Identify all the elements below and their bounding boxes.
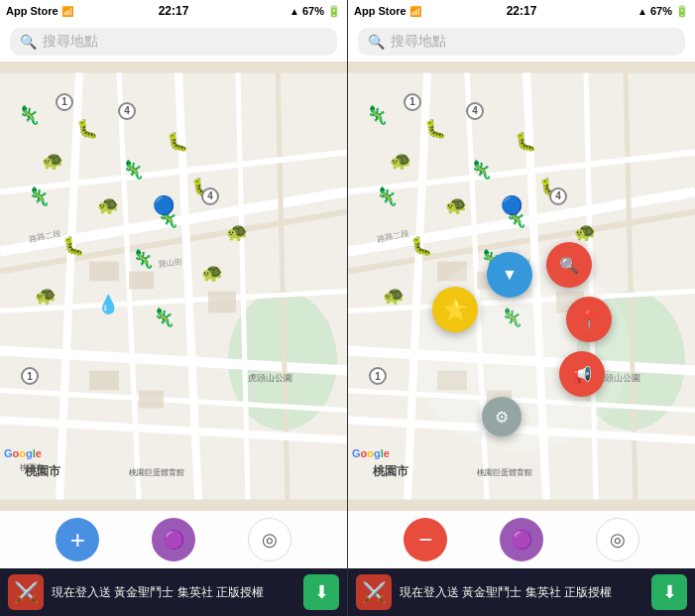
map-icon: 🐢 xyxy=(226,223,248,241)
minus-button-right[interactable]: − xyxy=(404,518,447,561)
map-icon: 🐢 xyxy=(383,287,405,305)
svg-line-13 xyxy=(0,391,347,411)
map-icon: 🐛 xyxy=(410,237,432,255)
svg-point-1 xyxy=(228,292,337,431)
battery-icon-left: 🔋 xyxy=(327,5,341,18)
svg-rect-18 xyxy=(129,272,154,290)
svg-text:路路二段: 路路二段 xyxy=(29,229,61,243)
map-icon: 🦎 xyxy=(470,161,492,179)
pokeball-button-right[interactable]: 🟣 xyxy=(500,518,543,561)
pokeball-button-left[interactable]: 🟣 xyxy=(152,518,195,561)
map-icon: 🐛 xyxy=(62,237,84,255)
svg-line-9 xyxy=(0,421,347,440)
status-left-left: App Store 📶 xyxy=(6,5,73,17)
svg-rect-19 xyxy=(208,292,236,313)
map-icon: 🐛 xyxy=(76,120,98,138)
add-button-left[interactable]: + xyxy=(56,518,99,561)
svg-text:桃園巨蛋體育館: 桃園巨蛋體育館 xyxy=(129,468,184,477)
map-icon: 🐛 xyxy=(167,133,188,151)
map-icon: 🐢 xyxy=(35,287,57,305)
map-icon: 🐢 xyxy=(42,152,63,170)
svg-rect-21 xyxy=(139,391,164,409)
filter-menu-item[interactable]: ▼ xyxy=(487,252,532,298)
time-left: 22:17 xyxy=(159,4,189,18)
road-badge: 1 xyxy=(404,93,421,111)
ad-text-right: 現在登入送 黃金聖鬥士 集英社 正版授權 xyxy=(400,584,643,601)
map-icon: 🦎 xyxy=(122,161,144,179)
left-panel: App Store 📶 22:17 ▲ 67% 🔋 🔍 搜尋地點 xyxy=(0,0,347,616)
bottom-bar-left: + 🟣 ◎ xyxy=(0,511,347,568)
road-badge: 1 xyxy=(369,367,387,385)
star-menu-item[interactable]: ⭐ xyxy=(432,287,478,332)
location-menu-item[interactable]: 📍 xyxy=(566,297,612,342)
search-menu-item[interactable]: 🔍 xyxy=(546,242,592,288)
road-badge: 4 xyxy=(201,187,219,205)
map-icon: 🦎 xyxy=(376,187,398,205)
search-bar-right: 🔍 搜尋地點 xyxy=(348,22,695,62)
status-right-right: ▲ 67% 🔋 xyxy=(637,5,689,18)
svg-text:虎頭山公園: 虎頭山公園 xyxy=(248,373,292,383)
road-badge: 4 xyxy=(118,102,136,120)
map-icon: 🦎 xyxy=(153,308,174,326)
map-icon: 🐛 xyxy=(424,120,446,138)
svg-text:路路二段: 路路二段 xyxy=(377,229,409,243)
status-bar-left: App Store 📶 22:17 ▲ 67% 🔋 xyxy=(0,0,347,22)
map-icon: 🦎 xyxy=(18,106,40,124)
map-icon: 🦎 xyxy=(28,187,50,205)
ad-download-right[interactable]: ⬇ xyxy=(651,574,687,610)
search-input-left[interactable]: 🔍 搜尋地點 xyxy=(10,28,337,56)
google-label-left: Google xyxy=(4,447,42,459)
location-button-left[interactable]: ◎ xyxy=(248,518,291,561)
map-icon: 🦎 xyxy=(132,250,154,268)
ad-icon-right: ⚔️ xyxy=(356,574,392,610)
road-badge: 1 xyxy=(56,93,73,111)
svg-line-4 xyxy=(0,351,347,371)
pokestop-icon: 🔵 xyxy=(153,196,174,214)
map-right[interactable]: 路路二段 寶山街 虎頭山公園 桃園巨蛋體育館 桃園市 🦎 🐛 🐛 🐢 🦎 🐛 🦎… xyxy=(348,62,695,511)
right-panel: App Store 📶 22:17 ▲ 67% 🔋 🔍 搜尋地點 xyxy=(348,0,695,616)
fab-menu: ⭐ ▼ 🔍 📍 📢 ⚙ xyxy=(412,253,631,451)
map-icon: 💧 xyxy=(97,296,119,313)
announce-menu-item[interactable]: 📢 xyxy=(559,351,605,397)
search-bar-left: 🔍 搜尋地點 xyxy=(0,22,347,62)
pokestop-icon: 🔵 xyxy=(501,196,522,214)
svg-line-10 xyxy=(119,73,139,500)
svg-line-11 xyxy=(238,73,248,500)
time-right: 22:17 xyxy=(507,4,537,18)
ad-banner-left[interactable]: ⚔️ 現在登入送 黃金聖鬥士 集英社 正版授權 ⬇ xyxy=(0,568,347,616)
app-store-label-left: App Store xyxy=(6,5,58,17)
google-label-right: Google xyxy=(352,447,390,459)
map-icon: 🐢 xyxy=(445,196,467,214)
road-badge: 4 xyxy=(549,187,567,205)
battery-percent-left: 67% xyxy=(302,5,324,17)
ad-text-left: 現在登入送 黃金聖鬥士 集英社 正版授權 xyxy=(52,584,295,601)
ad-icon-left: ⚔️ xyxy=(8,574,44,610)
battery-percent-right: 67% xyxy=(650,5,672,17)
status-bar-right: App Store 📶 22:17 ▲ 67% 🔋 xyxy=(348,0,695,22)
settings-menu-item[interactable]: ⚙ xyxy=(482,397,521,436)
map-left[interactable]: 路路二段 寶山街 桃園市 虎頭山公園 桃園巨蛋體育館 桃園市 🦎 🐛 🐛 � xyxy=(0,62,347,511)
signal-icon-right: ▲ xyxy=(637,6,647,17)
search-icon-left: 🔍 xyxy=(20,34,37,50)
svg-rect-17 xyxy=(89,262,119,282)
svg-text:桃園巨蛋體育館: 桃園巨蛋體育館 xyxy=(477,468,532,477)
map-icon: 🐢 xyxy=(390,152,411,170)
app-store-label-right: App Store xyxy=(354,5,406,17)
search-placeholder-right: 搜尋地點 xyxy=(391,33,446,51)
location-button-right[interactable]: ◎ xyxy=(596,518,639,561)
search-icon-right: 🔍 xyxy=(368,34,385,50)
road-badge: 4 xyxy=(466,102,484,120)
map-icon: 🐛 xyxy=(515,133,536,151)
status-left-right: App Store 📶 xyxy=(354,5,421,17)
wifi-icon-right: 📶 xyxy=(409,6,421,17)
map-icon: 🐢 xyxy=(574,223,596,241)
svg-text:桃園市: 桃園市 xyxy=(372,464,409,478)
map-icon: 🐢 xyxy=(97,196,119,214)
svg-rect-20 xyxy=(89,371,119,391)
wifi-icon-left: 📶 xyxy=(61,6,73,17)
signal-icon-left: ▲ xyxy=(290,6,299,17)
search-input-right[interactable]: 🔍 搜尋地點 xyxy=(358,28,685,56)
ad-download-left[interactable]: ⬇ xyxy=(303,574,339,610)
search-placeholder-left: 搜尋地點 xyxy=(43,33,98,51)
ad-banner-right[interactable]: ⚔️ 現在登入送 黃金聖鬥士 集英社 正版授權 ⬇ xyxy=(348,568,695,616)
